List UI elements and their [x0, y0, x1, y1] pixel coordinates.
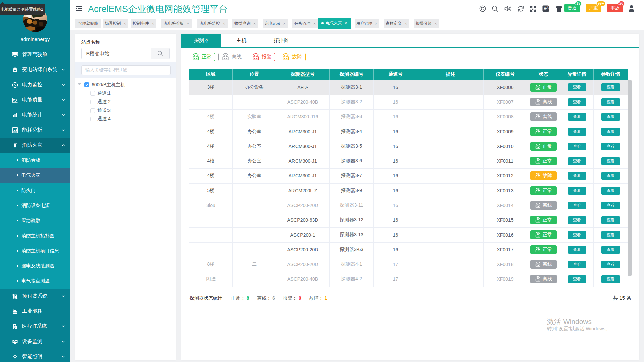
svg-text:文: 文: [546, 6, 549, 9]
